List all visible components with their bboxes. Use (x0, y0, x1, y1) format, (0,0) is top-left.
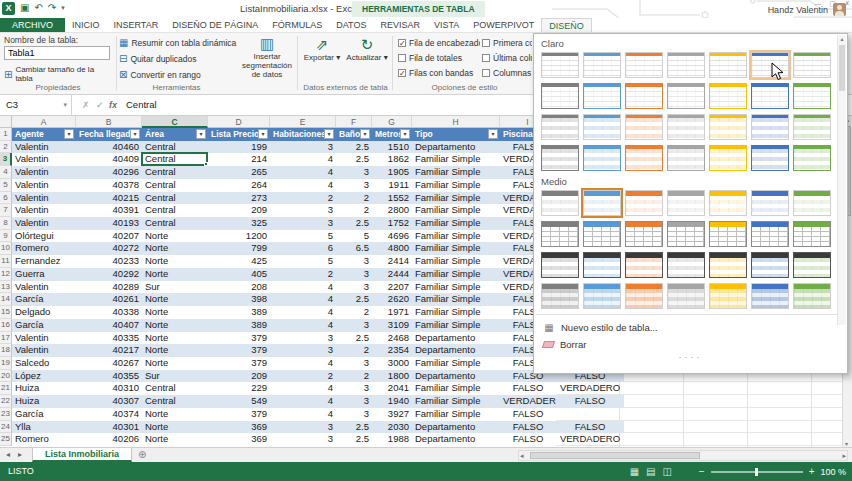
cell-A15[interactable]: Delgado (12, 306, 76, 319)
cell-B6[interactable]: 40215 (76, 192, 142, 205)
cell-B22[interactable]: 40307 (76, 395, 142, 408)
cell-B3[interactable]: 40409 (76, 153, 142, 166)
ribbon-tab-vista[interactable]: VISTA (427, 18, 466, 32)
table-style-thumbnail[interactable] (793, 190, 831, 216)
cell-J22[interactable]: FALSO (556, 395, 624, 408)
table-style-thumbnail[interactable] (625, 252, 663, 278)
cell-H22[interactable]: Familiar Simple (412, 395, 500, 408)
cell-G18[interactable]: 2354 (372, 344, 412, 357)
normal-view-icon[interactable]: ▦ (630, 462, 639, 481)
filter-dropdown-icon[interactable]: ▾ (488, 129, 498, 139)
table-style-thumbnail[interactable] (583, 145, 621, 171)
name-box-dropdown-icon[interactable]: ▾ (63, 95, 67, 115)
add-sheet-button[interactable]: ⊕ (138, 448, 146, 462)
cell-A12[interactable]: Guerra (12, 268, 76, 281)
cell-D25[interactable]: 369 (208, 433, 270, 446)
name-box[interactable]: C3 ▾ (0, 95, 72, 115)
ribbon-tab-archivo[interactable]: ARCHIVO (0, 18, 65, 32)
cell-B23[interactable]: 40374 (76, 408, 142, 421)
cell-H19[interactable]: Familiar Simple (412, 357, 500, 370)
cell-G10[interactable]: 4800 (372, 242, 412, 255)
cell-E3[interactable]: 4 (270, 153, 336, 166)
row-header-4[interactable]: 4 (0, 166, 12, 179)
cell-F10[interactable]: 6.5 (336, 242, 372, 255)
cell-A16[interactable]: García (12, 319, 76, 332)
ribbon-tab-powerpivot[interactable]: POWERPIVOT (466, 18, 541, 32)
row-header-16[interactable]: 16 (0, 319, 12, 332)
cell-G2[interactable]: 1510 (372, 141, 412, 154)
cell-B21[interactable]: 40310 (76, 382, 142, 395)
cell-B18[interactable]: 40217 (76, 344, 142, 357)
cell-C19[interactable]: Norte (142, 357, 208, 370)
cell-H13[interactable]: Familiar Simple (412, 281, 500, 294)
cell-E5[interactable]: 4 (270, 179, 336, 192)
cell-E17[interactable]: 3 (270, 332, 336, 345)
cell-I22[interactable]: VERDADERO (500, 395, 556, 408)
resize-table-button[interactable]: ⊞ Cambiar tamaño de la tabla (4, 66, 112, 84)
cell-G15[interactable]: 1971 (372, 306, 412, 319)
checkbox-box[interactable] (482, 54, 490, 62)
cell-A7[interactable]: Valentin (12, 204, 76, 217)
row-header-13[interactable]: 13 (0, 281, 12, 294)
cell-F9[interactable]: 5 (336, 230, 372, 243)
page-break-view-icon[interactable]: ◫ (663, 462, 672, 481)
cell-G22[interactable]: 1940 (372, 395, 412, 408)
total-row-checkbox[interactable]: Fila de totales (398, 53, 480, 63)
cell-C16[interactable]: Norte (142, 319, 208, 332)
cell-A24[interactable]: Ylla (12, 421, 76, 434)
cell-G19[interactable]: 3000 (372, 357, 412, 370)
cell-F11[interactable]: 3 (336, 255, 372, 268)
cell-F2[interactable]: 2.5 (336, 141, 372, 154)
table-style-thumbnail[interactable] (793, 52, 831, 78)
row-header-10[interactable]: 10 (0, 242, 12, 255)
cell-D15[interactable]: 389 (208, 306, 270, 319)
cell-E11[interactable]: 5 (270, 255, 336, 268)
cell-A25[interactable]: Romero (12, 433, 76, 446)
table-style-thumbnail[interactable] (709, 221, 747, 247)
cell-B16[interactable]: 40407 (76, 319, 142, 332)
cell-B7[interactable]: 40391 (76, 204, 142, 217)
table-style-thumbnail[interactable] (751, 190, 789, 216)
cell-G14[interactable]: 2620 (372, 293, 412, 306)
row-header-21[interactable]: 21 (0, 382, 12, 395)
table-style-thumbnail[interactable] (667, 221, 705, 247)
column-header-B[interactable]: B (76, 116, 142, 128)
row-header-17[interactable]: 17 (0, 332, 12, 345)
insert-slicer-button[interactable]: ▥ Insertar segmentación de datos (240, 35, 294, 80)
cell-H2[interactable]: Departamento (412, 141, 500, 154)
cell-G5[interactable]: 1911 (372, 179, 412, 192)
filter-dropdown-icon[interactable]: ▾ (360, 129, 370, 139)
table-style-thumbnail[interactable] (793, 252, 831, 278)
row-header-14[interactable]: 14 (0, 293, 12, 306)
cell-F22[interactable]: 3 (336, 395, 372, 408)
cell-A5[interactable]: Valentin (12, 179, 76, 192)
cell-D5[interactable]: 264 (208, 179, 270, 192)
cell-G4[interactable]: 1905 (372, 166, 412, 179)
cell-B5[interactable]: 40378 (76, 179, 142, 192)
cell-C14[interactable]: Norte (142, 293, 208, 306)
cell-H24[interactable]: Departamento (412, 421, 500, 434)
cell-F24[interactable]: 2.5 (336, 421, 372, 434)
cell-D11[interactable]: 425 (208, 255, 270, 268)
cell-J24[interactable]: FALSO (556, 421, 624, 434)
export-button[interactable]: ⇗ Exportar ▾ (302, 36, 342, 62)
cell-F19[interactable]: 3 (336, 357, 372, 370)
cell-C10[interactable]: Norte (142, 242, 208, 255)
cell-B24[interactable]: 40301 (76, 421, 142, 434)
row-header-20[interactable]: 20 (0, 370, 12, 383)
table-style-thumbnail[interactable] (541, 221, 579, 247)
column-header-H[interactable]: H (412, 116, 500, 128)
cell-E6[interactable]: 2 (270, 192, 336, 205)
cell-F18[interactable]: 2 (336, 344, 372, 357)
cell-H5[interactable]: Familiar Simple (412, 179, 500, 192)
cell-E10[interactable]: 6 (270, 242, 336, 255)
cell-D20[interactable]: 209 (208, 370, 270, 383)
table-style-thumbnail[interactable] (793, 221, 831, 247)
refresh-button[interactable]: ↻ Actualizar ▾ (346, 36, 388, 62)
table-style-thumbnail[interactable] (625, 221, 663, 247)
enter-icon[interactable]: ✓ (96, 95, 104, 115)
cell-B12[interactable]: 40292 (76, 268, 142, 281)
first-column-checkbox[interactable]: Primera colu (482, 38, 532, 48)
cell-C9[interactable]: Norte (142, 230, 208, 243)
filter-dropdown-icon[interactable]: ▾ (258, 129, 268, 139)
